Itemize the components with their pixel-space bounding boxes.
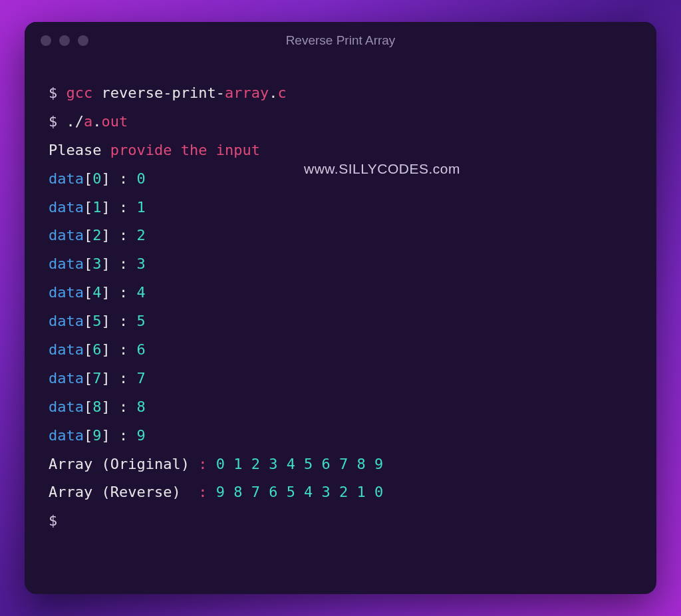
data-value: 1 <box>136 199 145 216</box>
prompt-sign: $ <box>49 113 67 130</box>
data-keyword: data <box>49 199 84 216</box>
colon-separator: : <box>119 170 137 187</box>
close-bracket: ] <box>101 227 119 243</box>
close-bracket: ] <box>101 427 119 444</box>
data-value: 2 <box>136 227 145 243</box>
filename-part2: array <box>225 84 269 101</box>
gcc-command: gcc <box>67 84 102 101</box>
data-entry-line: data[1] : 1 <box>49 194 632 222</box>
data-value: 8 <box>136 398 145 415</box>
close-bracket: ] <box>101 170 119 187</box>
data-index: 6 <box>92 341 101 358</box>
data-value: 0 <box>136 170 145 187</box>
open-bracket: [ <box>84 199 92 216</box>
executable-out: out <box>102 113 128 130</box>
array-original-line: Array (Original) : 0 1 2 3 4 5 6 7 8 9 <box>49 450 632 479</box>
terminal-body[interactable]: www.SILLYCODES.com $ gcc reverse-print-a… <box>25 59 656 594</box>
colon-separator: : <box>119 341 137 358</box>
data-keyword: data <box>49 427 84 444</box>
array-reverse-values: 9 8 7 6 5 4 3 2 1 0 <box>216 484 384 500</box>
data-entry-line: data[2] : 2 <box>49 222 632 250</box>
data-index: 7 <box>92 370 101 386</box>
data-keyword: data <box>49 255 84 272</box>
command-line-run: $ ./a.out <box>49 108 632 136</box>
close-bracket: ] <box>101 199 119 216</box>
data-index: 3 <box>92 255 101 272</box>
filename-part3: . <box>269 84 277 101</box>
colon-separator: : <box>119 313 137 329</box>
data-value: 5 <box>136 313 145 329</box>
open-bracket: [ <box>84 398 92 415</box>
data-value: 9 <box>136 427 145 444</box>
minimize-button[interactable] <box>59 35 70 46</box>
window-controls <box>41 35 88 46</box>
data-entry-line: data[5] : 5 <box>49 307 632 336</box>
open-bracket: [ <box>84 313 92 329</box>
data-keyword: data <box>49 313 84 329</box>
array-colon: : <box>198 456 216 472</box>
watermark: www.SILLYCODES.com <box>304 156 460 183</box>
colon-separator: : <box>119 255 137 272</box>
maximize-button[interactable] <box>78 35 88 46</box>
title-bar: Reverse Print Array <box>25 22 656 59</box>
data-value: 3 <box>136 255 145 272</box>
dotslash: ./ <box>67 113 84 130</box>
data-value: 7 <box>136 370 145 386</box>
open-bracket: [ <box>84 284 92 301</box>
data-index: 2 <box>92 227 101 243</box>
prompt-sign: $ <box>49 84 67 101</box>
open-bracket: [ <box>84 255 92 272</box>
array-reverse-line: Array (Reverse) : 9 8 7 6 5 4 3 2 1 0 <box>49 478 632 507</box>
data-index: 8 <box>92 398 101 415</box>
data-entry-line: data[9] : 9 <box>49 422 632 450</box>
window-title: Reverse Print Array <box>286 33 396 48</box>
colon-separator: : <box>119 370 137 386</box>
final-prompt: $ <box>49 507 632 536</box>
colon-separator: : <box>119 199 137 216</box>
executable-a: a <box>84 113 92 130</box>
close-bracket: ] <box>101 313 119 329</box>
data-index: 1 <box>92 199 101 216</box>
close-button[interactable] <box>41 35 51 46</box>
close-bracket: ] <box>101 341 119 358</box>
open-bracket: [ <box>84 227 92 243</box>
data-index: 5 <box>92 313 101 329</box>
data-keyword: data <box>49 398 84 415</box>
open-bracket: [ <box>84 427 92 444</box>
data-value: 6 <box>136 341 145 358</box>
data-index: 4 <box>92 284 101 301</box>
prompt-sign: $ <box>49 512 57 529</box>
data-entry-line: data[8] : 8 <box>49 393 632 422</box>
please-word: Please <box>49 142 110 158</box>
filename-part4: c <box>277 84 286 101</box>
data-keyword: data <box>49 341 84 358</box>
data-index: 9 <box>92 427 101 444</box>
colon-separator: : <box>119 284 137 301</box>
array-reverse-label: Array (Reverse) <box>49 484 198 500</box>
data-entry-line: data[3] : 3 <box>49 250 632 279</box>
data-keyword: data <box>49 370 84 386</box>
data-keyword: data <box>49 284 84 301</box>
array-original-label: Array (Original) <box>49 456 198 472</box>
terminal-window: Reverse Print Array www.SILLYCODES.com $… <box>25 22 656 594</box>
data-entry-line: data[6] : 6 <box>49 336 632 365</box>
data-keyword: data <box>49 170 84 187</box>
data-value: 4 <box>136 284 145 301</box>
provide-text: provide the input <box>110 142 260 158</box>
executable-dot: . <box>92 113 101 130</box>
data-entry-line: data[7] : 7 <box>49 365 632 393</box>
close-bracket: ] <box>101 370 119 386</box>
close-bracket: ] <box>101 398 119 415</box>
data-entry-line: data[4] : 4 <box>49 279 632 307</box>
colon-separator: : <box>119 227 137 243</box>
filename-part1: reverse-print- <box>101 84 224 101</box>
colon-separator: : <box>119 398 137 415</box>
colon-separator: : <box>119 427 137 444</box>
open-bracket: [ <box>84 341 92 358</box>
array-original-values: 0 1 2 3 4 5 6 7 8 9 <box>216 456 384 472</box>
data-index: 0 <box>92 170 101 187</box>
data-keyword: data <box>49 227 84 243</box>
close-bracket: ] <box>101 255 119 272</box>
open-bracket: [ <box>84 170 92 187</box>
close-bracket: ] <box>101 284 119 301</box>
